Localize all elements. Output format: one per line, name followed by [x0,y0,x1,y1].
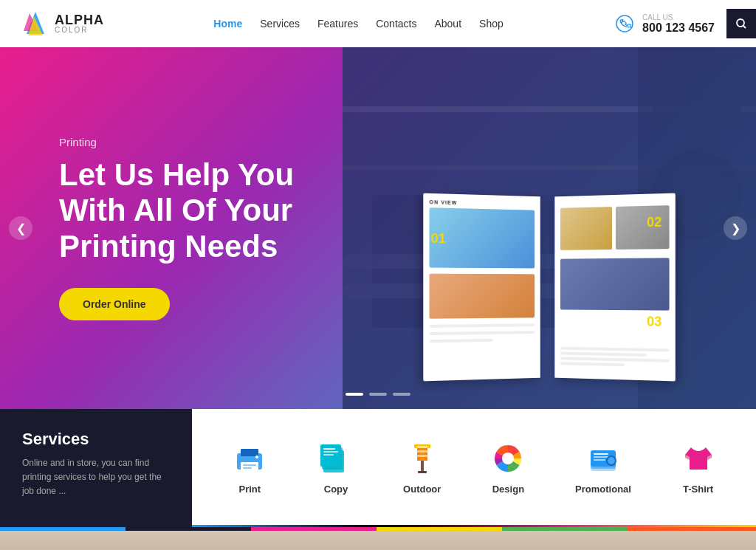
svg-rect-28 [323,454,334,456]
outdoor-icon [403,439,441,478]
phone-number-text: 800 123 4567 [642,21,715,34]
mag-left-page: ON VIEW 01 [423,193,540,382]
nav-shop[interactable]: Shop [479,18,504,30]
svg-rect-18 [241,449,258,456]
service-item-tshirt[interactable]: T-Shirt [679,439,718,495]
svg-point-46 [608,457,615,464]
logo[interactable]: ALPHA COLOR [22,10,104,37]
hero-image-area: ON VIEW 01 [343,47,756,409]
svg-rect-47 [0,531,756,550]
service-item-design[interactable]: Design [489,439,527,495]
svg-rect-34 [417,446,427,448]
logo-alpha-text: ALPHA [55,13,104,27]
services-title: Services [22,430,170,449]
svg-rect-36 [417,455,427,457]
copy-svg [317,440,354,477]
services-desc: Online and in store, you can find printi… [22,456,170,499]
svg-rect-44 [594,459,605,461]
service-item-copy[interactable]: Copy [317,439,355,495]
promotional-icon [584,439,622,478]
carousel-dots [346,393,410,396]
service-item-outdoor[interactable]: Outdoor [403,439,441,495]
bottom-section [0,531,756,550]
outdoor-svg [404,440,441,477]
print-svg [231,440,268,477]
dot-3[interactable] [393,393,410,396]
mag-num-02: 02 [647,215,662,231]
header: ALPHA COLOR Home Services Features Conta… [0,0,756,47]
carousel-arrow-left[interactable]: ❮ [9,216,32,240]
service-label-copy: Copy [324,484,348,495]
service-label-promotional: Promotional [575,484,631,495]
search-button[interactable] [726,9,756,38]
service-label-print: Print [239,484,261,495]
svg-rect-10 [653,62,741,92]
magazine-mockup: ON VIEW 01 [424,195,675,387]
services-section: Services Online and in store, you can fi… [0,409,756,527]
svg-rect-21 [243,467,252,469]
dot-2[interactable] [369,393,387,396]
svg-rect-35 [417,450,427,453]
nav-contacts[interactable]: Contacts [376,18,416,30]
mag-on-view: ON VIEW [429,199,535,207]
design-icon [489,439,527,478]
hero-bg: ON VIEW 01 [343,47,756,409]
phone-info: CALL US 800 123 4567 [642,13,715,35]
bottom-image-svg [0,531,756,550]
order-online-button[interactable]: Order Online [59,288,170,320]
logo-icon [22,10,49,37]
hero-section: Printing Let Us Help You With All Of You… [0,47,756,409]
right-arrow-icon: ❯ [731,221,740,236]
svg-point-38 [502,453,514,464]
service-item-promotional[interactable]: Promotional [575,439,631,495]
service-label-outdoor: Outdoor [403,484,441,495]
svg-rect-33 [418,471,427,473]
svg-rect-20 [243,464,256,466]
header-right: CALL US 800 123 4567 [613,9,734,38]
mag-num-01: 01 [431,231,446,247]
service-item-print[interactable]: Print [230,439,269,495]
logo-color-text: COLOR [55,27,104,34]
nav-features[interactable]: Features [317,18,358,30]
bottom-image-area [0,531,756,550]
hero-title: Let Us Help You With All Of Your Printin… [59,157,369,264]
nav-services[interactable]: Services [260,18,300,30]
mag-num-03: 03 [647,314,662,329]
hero-content: Printing Let Us Help You With All Of You… [59,136,369,320]
promotional-svg [585,440,622,477]
service-label-tshirt: T-Shirt [683,484,713,495]
mag-person-img [429,274,535,319]
hero-subtitle: Printing [59,136,369,148]
svg-line-5 [743,26,746,29]
left-arrow-icon: ❮ [16,221,26,236]
print-icon [230,439,269,478]
service-label-design: Design [492,484,524,495]
nav-about[interactable]: About [434,18,461,30]
search-icon [735,18,747,30]
dot-1[interactable] [346,393,363,396]
copy-icon [317,439,355,478]
svg-rect-27 [323,451,338,453]
svg-rect-32 [421,461,424,472]
services-left-panel: Services Online and in store, you can fi… [0,409,192,527]
carousel-arrow-right[interactable]: ❯ [724,216,747,240]
svg-rect-11 [653,99,741,128]
tshirt-svg [680,440,717,477]
main-nav: Home Services Features Contacts About Sh… [213,18,503,30]
logo-text: ALPHA COLOR [55,13,104,34]
phone-label-text: CALL US [642,13,715,21]
mag-right-page: 02 03 [554,193,675,382]
tshirt-icon [679,439,718,478]
design-svg [489,440,526,477]
svg-point-3 [616,16,633,32]
phone-area: CALL US 800 123 4567 [613,12,715,35]
services-icons-area: Print Copy [192,409,756,527]
svg-rect-26 [323,448,335,450]
svg-rect-22 [255,456,258,458]
svg-rect-42 [594,453,608,455]
phone-svg [616,15,633,32]
phone-icon [613,12,636,35]
nav-home[interactable]: Home [213,18,242,30]
